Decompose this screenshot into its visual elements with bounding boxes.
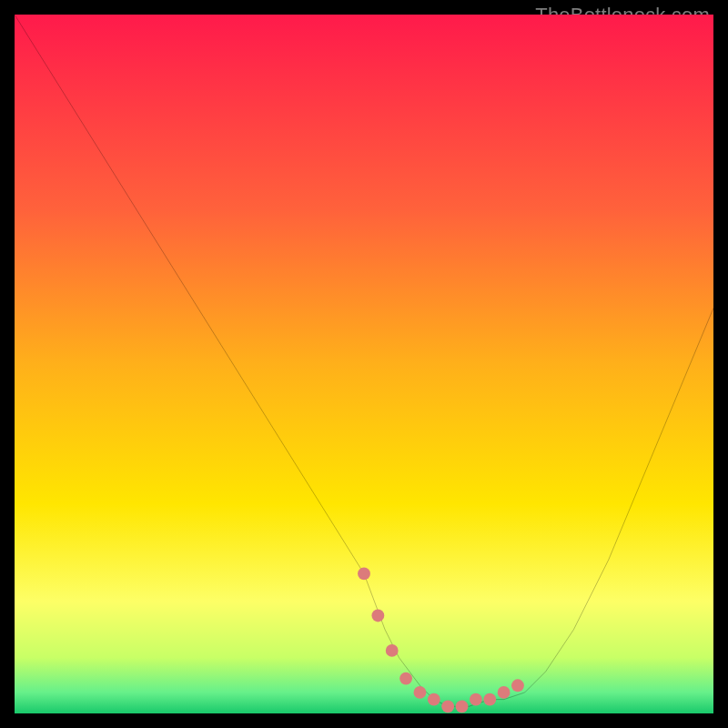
highlight-point: [483, 693, 496, 706]
highlight-point: [470, 693, 482, 706]
highlight-point: [386, 644, 399, 657]
highlight-point: [399, 672, 412, 685]
highlight-point: [441, 700, 454, 713]
chart-container: TheBottleneck.com: [0, 0, 728, 728]
plot-background: [15, 15, 713, 713]
highlight-point: [414, 686, 427, 699]
highlight-point: [456, 700, 469, 713]
highlight-point: [428, 693, 440, 706]
plot-area: [15, 15, 713, 713]
highlight-point: [498, 686, 511, 699]
highlight-point: [511, 679, 524, 692]
highlight-point: [358, 567, 370, 580]
highlight-point: [371, 610, 384, 622]
